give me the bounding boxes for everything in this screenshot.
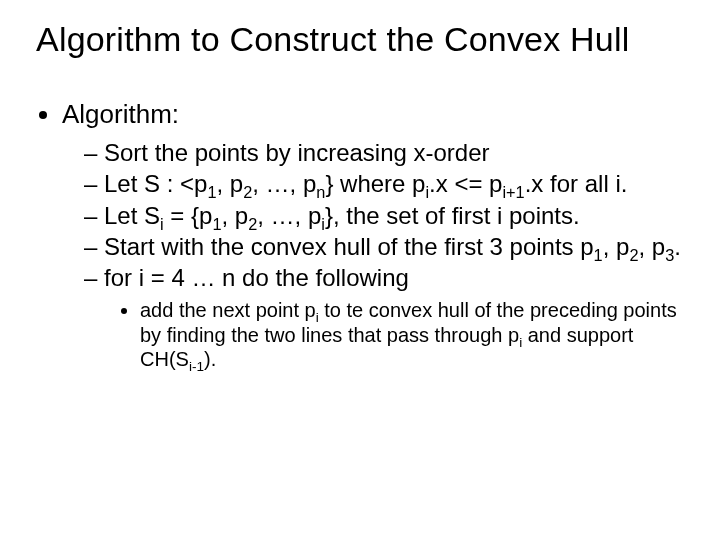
subscript: 1 xyxy=(212,214,221,232)
subscript: i xyxy=(321,214,325,232)
subscript: i xyxy=(425,183,429,201)
bullet-text: Algorithm: xyxy=(62,99,179,129)
subscript: i xyxy=(519,335,522,350)
subscript: n xyxy=(316,183,325,201)
bullet-item: for i = 4 … n do the followingadd the ne… xyxy=(84,263,684,371)
subscript: i+1 xyxy=(502,183,524,201)
subscript: 1 xyxy=(207,183,216,201)
bullet-item: Start with the convex hull of the first … xyxy=(84,232,684,261)
subscript: 2 xyxy=(243,183,252,201)
bullet-item: Let S : <p1, p2, …, pn} where pi.x <= pi… xyxy=(84,169,684,198)
slide: Algorithm to Construct the Convex Hull A… xyxy=(0,0,720,540)
bullet-list-level2: Sort the points by increasing x-orderLet… xyxy=(62,138,684,372)
subscript: i xyxy=(160,214,164,232)
subscript: 2 xyxy=(248,214,257,232)
subscript: i xyxy=(316,310,319,325)
bullet-item: Algorithm: Sort the points by increasing… xyxy=(62,99,684,372)
subscript: i-1 xyxy=(189,359,204,374)
subscript: 3 xyxy=(665,246,674,264)
bullet-list-level3: add the next point pi to te convex hull … xyxy=(100,298,684,371)
bullet-item: add the next point pi to te convex hull … xyxy=(140,298,684,371)
subscript: 2 xyxy=(629,246,638,264)
bullet-item: Sort the points by increasing x-order xyxy=(84,138,684,167)
bullet-item: Let Si = {p1, p2, …, pi}, the set of fir… xyxy=(84,201,684,230)
subscript: 1 xyxy=(594,246,603,264)
bullet-list-level1: Algorithm: Sort the points by increasing… xyxy=(36,99,684,372)
slide-title: Algorithm to Construct the Convex Hull xyxy=(36,20,684,59)
